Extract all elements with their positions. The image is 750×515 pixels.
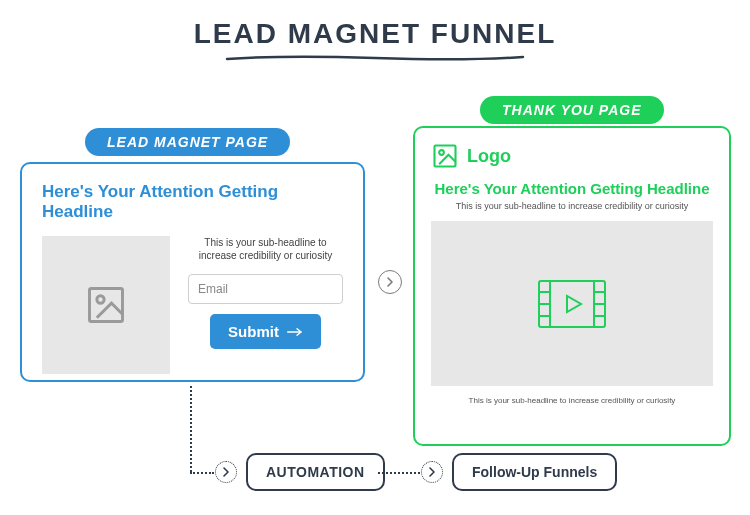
chevron-right-icon xyxy=(427,467,437,477)
image-icon xyxy=(84,283,128,327)
submit-button[interactable]: Submit xyxy=(210,314,321,349)
automation-pill: AUTOMATION xyxy=(246,453,385,491)
video-icon xyxy=(538,280,606,328)
svg-point-1 xyxy=(97,296,104,303)
thank-you-headline: Here's Your Attention Getting Headline xyxy=(431,180,713,197)
connector-line xyxy=(378,472,420,474)
email-field[interactable]: Email xyxy=(188,274,343,304)
connector-line xyxy=(190,386,192,472)
svg-rect-0 xyxy=(90,289,123,322)
diagram-title: LEAD MAGNET FUNNEL xyxy=(0,18,750,50)
logo-label: Logo xyxy=(467,146,511,167)
arrow-right-icon xyxy=(287,326,303,338)
chevron-right-icon xyxy=(385,277,395,287)
title-underline xyxy=(225,54,525,62)
submit-button-label: Submit xyxy=(228,323,279,340)
image-placeholder xyxy=(42,236,170,374)
thank-you-subheadline: This is your sub-headline to increase cr… xyxy=(431,201,713,211)
flow-arrow-2 xyxy=(215,461,237,483)
flow-arrow-3 xyxy=(421,461,443,483)
chevron-right-icon xyxy=(221,467,231,477)
flow-arrow-1 xyxy=(378,270,402,294)
svg-point-4 xyxy=(439,150,444,155)
lead-magnet-subheadline: This is your sub-headline to increase cr… xyxy=(188,236,343,262)
svg-marker-14 xyxy=(567,296,581,312)
thank-you-footnote: This is your sub-headline to increase cr… xyxy=(431,396,713,405)
svg-rect-3 xyxy=(435,146,456,167)
connector-line xyxy=(190,472,214,474)
thank-you-card: Logo Here's Your Attention Getting Headl… xyxy=(413,126,731,446)
lead-magnet-headline: Here's Your Attention Getting Headline xyxy=(42,182,343,222)
thank-you-badge: THANK YOU PAGE xyxy=(480,96,664,124)
lead-magnet-badge: LEAD MAGNET PAGE xyxy=(85,128,290,156)
followup-pill: Follow-Up Funnels xyxy=(452,453,617,491)
lead-magnet-card: Here's Your Attention Getting Headline T… xyxy=(20,162,365,382)
logo-image-icon xyxy=(431,142,459,170)
video-placeholder xyxy=(431,221,713,386)
